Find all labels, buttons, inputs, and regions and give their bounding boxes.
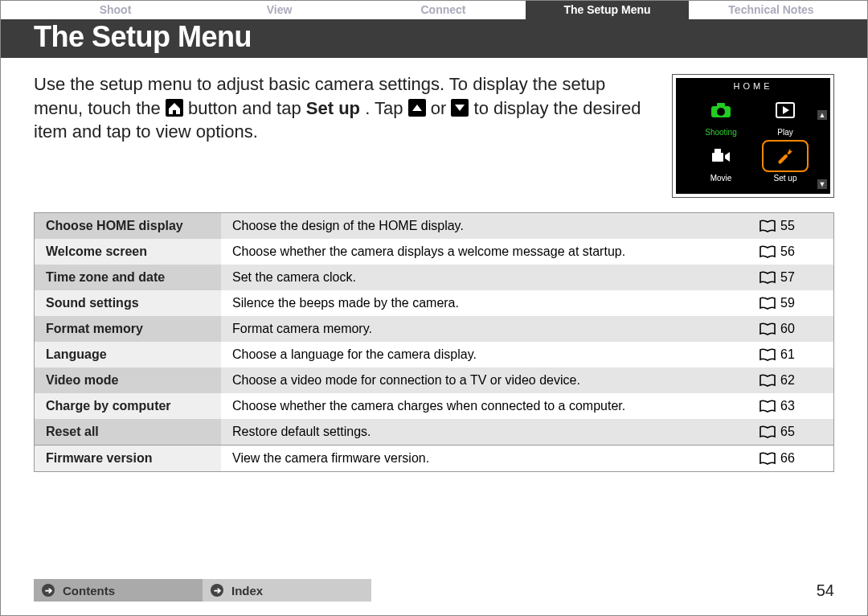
svg-rect-5 bbox=[714, 149, 721, 154]
thumb-scroll-down-icon: ▼ bbox=[817, 179, 827, 189]
table-row: Video mode Choose a video mode for conne… bbox=[35, 368, 833, 393]
thumb-play-label: Play bbox=[777, 128, 792, 137]
intro-setup-word: Set up bbox=[306, 98, 360, 118]
row-label: Time zone and date bbox=[35, 265, 221, 290]
row-page-ref[interactable]: 66 bbox=[751, 446, 833, 471]
row-desc: Format camera memory. bbox=[221, 316, 751, 342]
page-title: The Setup Menu bbox=[0, 19, 868, 58]
book-icon bbox=[760, 220, 776, 232]
top-tabs: Shoot View Connect The Setup Menu Techni… bbox=[0, 0, 868, 19]
table-row: Language Choose a language for the camer… bbox=[35, 342, 833, 368]
book-icon bbox=[760, 245, 776, 258]
page-number: 54 bbox=[817, 581, 834, 600]
table-row: Sound settings Silence the beeps made by… bbox=[35, 290, 833, 316]
svg-point-2 bbox=[717, 108, 725, 116]
row-page-num: 55 bbox=[780, 219, 795, 233]
footer: ➔ Contents ➔ Index 54 bbox=[34, 579, 834, 602]
row-page-ref[interactable]: 57 bbox=[751, 265, 833, 290]
arrow-right-icon: ➔ bbox=[211, 584, 223, 597]
book-icon bbox=[760, 297, 776, 310]
table-row: Welcome screen Choose whether the camera… bbox=[35, 239, 833, 265]
row-page-ref[interactable]: 60 bbox=[751, 316, 833, 342]
intro-text: . Tap bbox=[365, 98, 407, 118]
wrench-icon bbox=[762, 140, 809, 172]
row-page-num: 62 bbox=[780, 373, 795, 388]
camera-icon bbox=[698, 94, 744, 126]
row-label: Welcome screen bbox=[35, 239, 221, 265]
table-row: Firmware version View the camera firmwar… bbox=[35, 445, 833, 471]
thumb-movie-label: Movie bbox=[710, 174, 732, 183]
book-icon bbox=[760, 271, 776, 284]
home-icon bbox=[166, 99, 183, 117]
thumb-shooting: Shooting bbox=[689, 94, 753, 137]
setup-options-table: Choose HOME display Choose the design of… bbox=[34, 212, 834, 472]
play-icon bbox=[762, 94, 809, 126]
row-label: Firmware version bbox=[35, 446, 221, 471]
row-page-ref[interactable]: 59 bbox=[751, 290, 833, 316]
row-page-ref[interactable]: 65 bbox=[751, 419, 833, 445]
table-row: Time zone and date Set the camera clock.… bbox=[35, 265, 833, 290]
table-row: Charge by computer Choose whether the ca… bbox=[35, 393, 833, 419]
home-screen-thumbnail: HOME ▲ ▼ Shooting Play bbox=[672, 74, 834, 198]
tab-connect[interactable]: Connect bbox=[362, 0, 526, 19]
row-desc: View the camera firmware version. bbox=[221, 446, 751, 471]
tab-setup-menu[interactable]: The Setup Menu bbox=[526, 0, 690, 19]
book-icon bbox=[760, 374, 776, 387]
row-page-num: 63 bbox=[780, 399, 795, 413]
row-desc: Choose whether the camera displays a wel… bbox=[221, 239, 751, 265]
row-label: Video mode bbox=[35, 368, 221, 393]
row-page-ref[interactable]: 55 bbox=[751, 213, 833, 239]
tab-spacer bbox=[854, 0, 868, 19]
footer-contents-link[interactable]: ➔ Contents bbox=[34, 579, 203, 602]
tab-shoot[interactable]: Shoot bbox=[34, 0, 198, 19]
row-page-num: 56 bbox=[780, 244, 795, 259]
row-page-ref[interactable]: 63 bbox=[751, 393, 833, 419]
thumb-scroll-up-icon: ▲ bbox=[817, 110, 827, 120]
row-desc: Choose the design of the HOME display. bbox=[221, 213, 751, 239]
movie-icon bbox=[698, 140, 744, 172]
svg-rect-1 bbox=[717, 103, 725, 108]
book-icon bbox=[760, 425, 776, 438]
row-page-ref[interactable]: 62 bbox=[751, 368, 833, 393]
row-desc: Silence the beeps made by the camera. bbox=[221, 290, 751, 316]
row-label: Reset all bbox=[35, 419, 221, 445]
row-page-num: 66 bbox=[780, 451, 795, 466]
row-label: Charge by computer bbox=[35, 393, 221, 419]
svg-rect-4 bbox=[712, 153, 723, 162]
row-page-num: 60 bbox=[780, 322, 795, 336]
thumb-play: Play bbox=[753, 94, 817, 137]
down-arrow-icon bbox=[451, 99, 469, 117]
tab-spacer bbox=[0, 0, 34, 19]
intro-text: or bbox=[431, 98, 452, 118]
book-icon bbox=[760, 452, 776, 465]
row-label: Language bbox=[35, 342, 221, 368]
book-icon bbox=[760, 400, 776, 413]
footer-index-label: Index bbox=[231, 584, 263, 598]
row-page-ref[interactable]: 56 bbox=[751, 239, 833, 265]
arrow-right-icon: ➔ bbox=[42, 584, 55, 597]
thumb-shooting-label: Shooting bbox=[705, 128, 736, 137]
thumb-movie: Movie bbox=[689, 140, 753, 183]
up-arrow-icon bbox=[408, 99, 426, 117]
row-desc: Restore default settings. bbox=[221, 419, 751, 445]
row-page-ref[interactable]: 61 bbox=[751, 342, 833, 368]
thumb-setup: Set up bbox=[753, 140, 817, 183]
row-desc: Choose whether the camera charges when c… bbox=[221, 393, 751, 419]
table-row: Choose HOME display Choose the design of… bbox=[35, 213, 833, 239]
row-desc: Choose a language for the camera display… bbox=[221, 342, 751, 368]
thumb-setup-label: Set up bbox=[774, 174, 797, 183]
book-icon bbox=[760, 348, 776, 361]
row-label: Choose HOME display bbox=[35, 213, 221, 239]
row-page-num: 57 bbox=[780, 270, 795, 285]
thumb-title: HOME bbox=[676, 81, 830, 94]
row-page-num: 61 bbox=[780, 347, 795, 362]
tab-technical-notes[interactable]: Technical Notes bbox=[690, 0, 854, 19]
row-label: Sound settings bbox=[35, 290, 221, 316]
intro-paragraph: Use the setup menu to adjust basic camer… bbox=[34, 72, 657, 198]
row-desc: Set the camera clock. bbox=[221, 265, 751, 290]
row-page-num: 65 bbox=[780, 425, 795, 439]
row-desc: Choose a video mode for connection to a … bbox=[221, 368, 751, 393]
tab-view[interactable]: View bbox=[198, 0, 362, 19]
footer-contents-label: Contents bbox=[63, 584, 115, 598]
footer-index-link[interactable]: ➔ Index bbox=[203, 579, 371, 602]
